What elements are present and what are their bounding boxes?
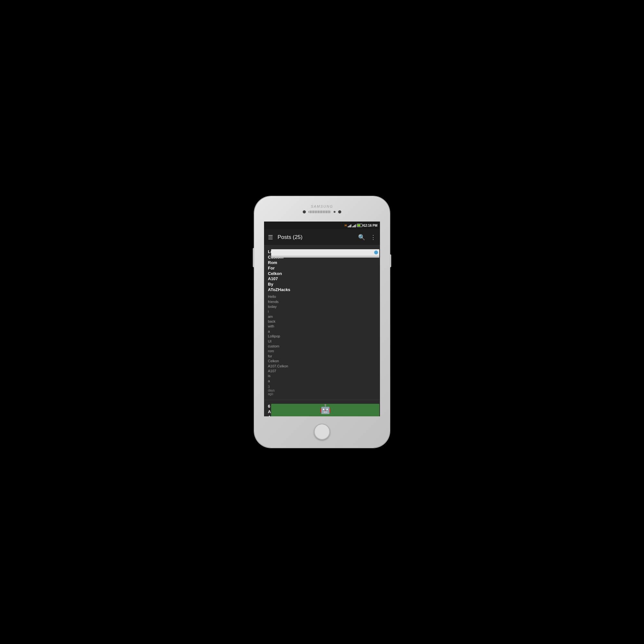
signal-bar-1 bbox=[348, 223, 351, 227]
thumb-keyboard-top bbox=[271, 249, 379, 256]
phone-device: SAMSUNG H bbox=[254, 196, 390, 448]
phone-screen: H 12:16 PM bbox=[264, 222, 380, 416]
top-bezel: SAMSUNG bbox=[254, 196, 390, 222]
status-time: 12:16 PM bbox=[364, 224, 377, 227]
front-camera-icon bbox=[303, 210, 306, 213]
keyboard-circle bbox=[374, 251, 378, 254]
more-options-icon[interactable]: ⋮ bbox=[370, 234, 376, 241]
bottom-bezel bbox=[254, 416, 390, 448]
battery-fill bbox=[357, 224, 361, 226]
hamburger-icon[interactable]: ☰ bbox=[268, 234, 273, 241]
status-bar: H 12:16 PM bbox=[264, 222, 380, 229]
android-label: android bbox=[320, 416, 331, 416]
battery-icon bbox=[357, 224, 363, 227]
post-thumbnail bbox=[271, 249, 379, 258]
search-icon[interactable]: 🔍 bbox=[358, 234, 365, 241]
sensor2-icon bbox=[338, 210, 341, 213]
h-indicator: H bbox=[345, 224, 347, 227]
list-item[interactable]: Lollipop Custom Rom For Celkon A107 By A… bbox=[264, 245, 380, 400]
posts-list[interactable]: Lollipop Custom Rom For Celkon A107 By A… bbox=[264, 245, 380, 416]
brand-label: SAMSUNG bbox=[311, 204, 333, 208]
home-button[interactable] bbox=[314, 424, 330, 440]
signal-bar-2 bbox=[352, 223, 356, 227]
app-toolbar: ☰ Posts (25) 🔍 ⋮ bbox=[264, 229, 380, 245]
status-icons: H 12:16 PM bbox=[345, 223, 377, 227]
toolbar-title: Posts (25) bbox=[278, 234, 358, 241]
post-thumbnail: 🤖 android bbox=[271, 404, 379, 416]
top-sensors bbox=[303, 210, 341, 213]
toolbar-actions: 🔍 ⋮ bbox=[358, 234, 376, 241]
android-robot-icon: 🤖 bbox=[320, 404, 331, 414]
speaker-grill bbox=[308, 211, 331, 213]
volume-button[interactable] bbox=[253, 248, 254, 267]
list-item[interactable]: 6 Android Apps From A Developer 2015 hel… bbox=[264, 400, 380, 416]
keyboard-keys bbox=[271, 256, 379, 258]
power-button[interactable] bbox=[390, 254, 391, 267]
sensor-icon bbox=[334, 211, 336, 213]
